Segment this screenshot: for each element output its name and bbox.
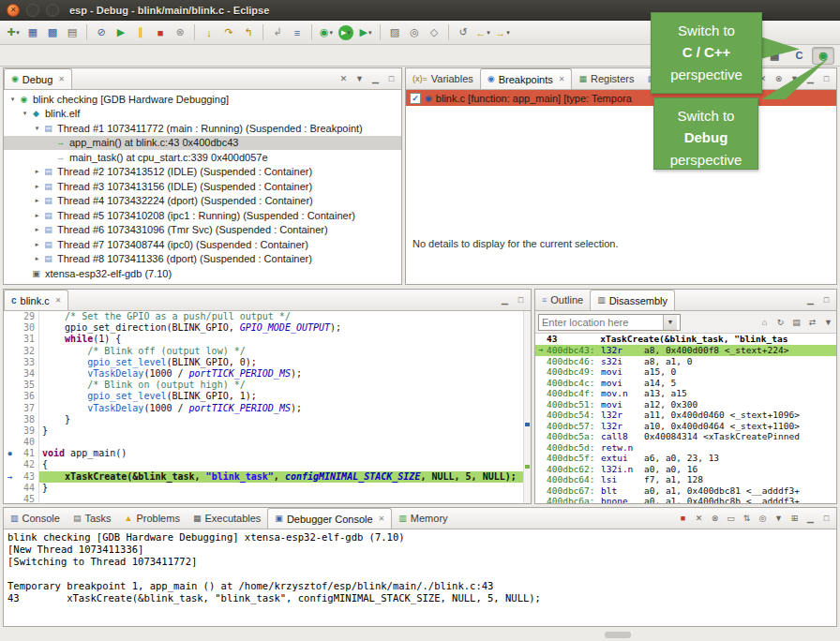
debug-tree-item[interactable]: ▸▤Thread #5 1073410208 (ipc1 : Running) …	[4, 208, 401, 223]
disassembly-row[interactable]: 400dbc46:s32ia8, a1, 0	[535, 356, 836, 367]
new-wizard-button[interactable]: ✚▾	[4, 22, 22, 42]
remove-all-breakpoints-button[interactable]: ⊗	[773, 74, 784, 83]
display-selected-console-button[interactable]: ▼	[773, 514, 784, 523]
line-number[interactable]: 44	[16, 483, 39, 494]
disassembly-row[interactable]: 400dbc57:l32ra10, 0x400d0464 <_stext+110…	[535, 421, 836, 432]
close-icon[interactable]: ✕	[379, 514, 385, 523]
disconnect-button[interactable]: ⊗	[171, 22, 189, 42]
skip-all-breakpoints-button[interactable]: ⊘	[92, 22, 111, 42]
code-text[interactable]: }	[39, 483, 531, 494]
expand-icon[interactable]: ▸	[32, 212, 42, 219]
resume-button[interactable]: ▶	[112, 22, 130, 42]
disassembly-row[interactable]: 400dbc5a:call80x40084314 <xTaskCreatePin…	[535, 431, 836, 442]
debug-tree-item[interactable]: ▸▤Thread #8 1073411336 (dport) (Suspende…	[4, 252, 401, 267]
disassembly-row[interactable]: 400dbc67:blta0, a1, 0x400dbc81 <__adddf3…	[535, 485, 836, 497]
scroll-lock-button[interactable]: ⇅	[742, 514, 752, 523]
code-line-41[interactable]: ●41void app_main()	[4, 448, 531, 459]
code-line-32[interactable]: 32 /* Blink off (output low) */	[4, 346, 531, 357]
disassembly-row[interactable]: →400dbc43:l32ra8, 0x400d00f8 <_stext+224…	[535, 345, 836, 356]
refresh-button[interactable]: ↻	[775, 318, 786, 327]
debug-tree-item[interactable]: ▸▤Thread #6 1073431096 (Tmr Svc) (Suspen…	[4, 223, 401, 238]
minimize-button[interactable]: ▁	[370, 74, 381, 83]
code-text[interactable]: gpio_set_level(BLINK_GPIO, 1);	[39, 391, 531, 402]
debug-tree-item[interactable]: ▸▤Thread #2 1073413512 (IDLE) (Suspended…	[4, 165, 401, 180]
debug-tree-item[interactable]: ▾▤Thread #1 1073411772 (main : Running) …	[4, 121, 401, 136]
status-scrollbar-thumb[interactable]	[605, 632, 631, 638]
code-line-31[interactable]: 31 while(1) {	[4, 334, 531, 345]
disassembly-row[interactable]: 400dbc62:l32i.na0, a0, 16	[535, 464, 836, 475]
combo-dropdown-icon[interactable]: ▼	[663, 315, 677, 330]
window-close-button[interactable]: ✕	[7, 4, 20, 17]
disassembly-menu-button[interactable]: ▼	[823, 318, 833, 327]
code-line-36[interactable]: 36 gpio_set_level(BLINK_GPIO, 1);	[4, 391, 531, 402]
debug-tree-item[interactable]: ▾◆blink.elf	[4, 107, 401, 122]
maximize-button[interactable]: □	[821, 514, 832, 523]
debug-tree-item[interactable]: →main_task() at cpu_start.c:339 0x400d05…	[4, 150, 401, 165]
maximize-button[interactable]: □	[386, 74, 397, 83]
disassembly-row[interactable]: 400dbc6a:bnonea0, a1, 0x400dbc8b <__addd…	[535, 496, 836, 503]
line-number[interactable]: 41	[16, 448, 39, 459]
window-maximize-button[interactable]	[46, 4, 59, 17]
code-line-33[interactable]: 33 gpio_set_level(BLINK_GPIO, 0);	[4, 357, 531, 368]
overview-ruler[interactable]	[523, 311, 531, 503]
drop-to-frame-button[interactable]: ↲	[268, 22, 287, 42]
debug-tree-item[interactable]: ▸▤Thread #3 1073413156 (IDLE) (Suspended…	[4, 179, 401, 194]
code-text[interactable]: void app_main()	[39, 448, 531, 459]
minimize-button[interactable]: ▁	[805, 295, 816, 305]
line-number[interactable]: 38	[16, 414, 39, 425]
debug-tree-item[interactable]: ▸▤Thread #7 1073408744 (ipc0) (Suspended…	[4, 237, 401, 252]
pin-console-button[interactable]: ◎	[758, 514, 768, 523]
collapse-icon[interactable]: ▾	[8, 96, 18, 103]
maximize-button[interactable]: □	[821, 74, 832, 83]
code-text[interactable]: xTaskCreate(&blink_task, "blink_task", c…	[39, 471, 531, 483]
line-number[interactable]: 30	[16, 322, 39, 334]
breakpoints-tab-registers[interactable]: ▦Registers	[572, 68, 640, 89]
code-line-30[interactable]: 30 gpio_set_direction(BLINK_GPIO, GPIO_M…	[4, 322, 531, 334]
external-tools-button[interactable]: ▶▾	[356, 22, 375, 42]
code-text[interactable]: vTaskDelay(1000 / portTICK_PERIOD_MS);	[39, 403, 531, 414]
debug-tree-item[interactable]: ▸▤Thread #4 1073432224 (dport) (Suspende…	[4, 194, 401, 209]
outline-tab-outline[interactable]: ≡Outline	[535, 290, 590, 310]
code-text[interactable]: }	[39, 425, 531, 437]
collapse-icon[interactable]: ▾	[20, 110, 30, 117]
breakpoints-tab-breakpoints[interactable]: ◉Breakpoints✕	[480, 68, 573, 89]
line-number[interactable]: 32	[16, 346, 39, 357]
code-text[interactable]: gpio_set_level(BLINK_GPIO, 0);	[39, 357, 531, 368]
tab-debug[interactable]: ◉ Debug ✕	[4, 68, 72, 89]
disassembly-row[interactable]: 400dbc54:l32ra11, 0x400d0460 <_stext+109…	[535, 410, 836, 421]
build-all-button[interactable]: ▨	[385, 22, 404, 42]
console-tab-problems[interactable]: ▲Problems	[118, 508, 187, 529]
run-button[interactable]: ▶▾	[338, 25, 353, 40]
expand-icon[interactable]: ▸	[32, 241, 42, 248]
code-line-35[interactable]: 35 /* Blink on (output high) */	[4, 380, 531, 391]
open-console-button[interactable]: ⊞	[789, 514, 800, 523]
instruction-stepping-button[interactable]: ≡	[288, 22, 307, 42]
sync-selection-button[interactable]: ⇄	[807, 318, 818, 327]
expand-icon[interactable]: ▸	[32, 226, 42, 233]
code-text[interactable]: {	[39, 459, 531, 470]
line-number[interactable]: 40	[16, 437, 39, 448]
code-line-44[interactable]: 44}	[4, 483, 531, 494]
remove-all-launches-button[interactable]: ⊗	[710, 514, 720, 523]
code-line-40[interactable]: 40	[4, 437, 531, 448]
window-minimize-button[interactable]	[26, 4, 39, 17]
maximize-button[interactable]: □	[821, 295, 832, 305]
code-text[interactable]: /* Blink off (output low) */	[39, 346, 531, 357]
forward-button[interactable]: →▾	[493, 22, 512, 42]
close-icon[interactable]: ✕	[58, 75, 65, 83]
code-line-43[interactable]: →43 xTaskCreate(&blink_task, "blink_task…	[4, 471, 531, 483]
minimize-button[interactable]: ▁	[500, 295, 510, 305]
step-return-button[interactable]: ↰	[239, 22, 258, 42]
collapse-icon[interactable]: ▾	[32, 125, 42, 132]
expand-icon[interactable]: ▸	[32, 168, 42, 175]
code-text[interactable]: while(1) {	[39, 334, 531, 345]
disassembly-row[interactable]: 400dbc5d:retw.n	[535, 442, 836, 454]
disassembly-row[interactable]: 400dbc4c:movia14, 5	[535, 378, 836, 389]
line-number[interactable]: 37	[16, 403, 39, 414]
code-text[interactable]: /* Blink on (output high) */	[39, 380, 531, 391]
code-line-45[interactable]: 45	[4, 494, 531, 503]
last-edit-location-button[interactable]: ↺	[454, 22, 472, 42]
line-number[interactable]: 39	[16, 425, 39, 437]
disassembly-row[interactable]: 400dbc49:movia15, 0	[535, 366, 836, 378]
line-number[interactable]: 35	[16, 380, 39, 391]
